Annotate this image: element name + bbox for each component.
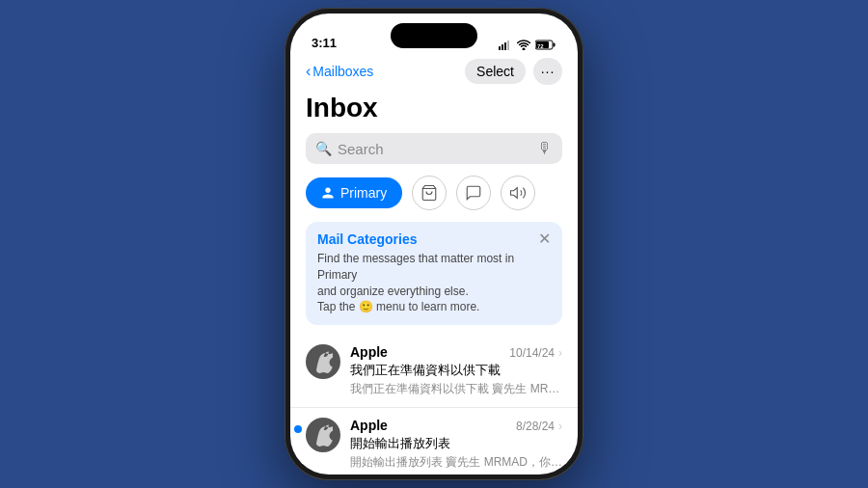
tab-inbox[interactable] — [456, 176, 491, 210]
svg-rect-1 — [502, 44, 503, 50]
mail-meta: 8/28/24 › — [516, 420, 562, 433]
signal-icon — [499, 41, 512, 50]
phone-frame: 3:11 — [285, 8, 583, 480]
select-button[interactable]: Select — [465, 59, 526, 84]
search-icon: 🔍 — [315, 141, 332, 156]
mic-icon[interactable]: 🎙 — [537, 140, 553, 157]
svg-rect-5 — [554, 43, 556, 47]
battery-icon: 72 — [535, 40, 556, 50]
status-icons: 72 — [499, 40, 556, 50]
mail-item[interactable]: Apple 10/14/24 › 我們正在準備資料以供下載 我們正在準備資料以供… — [290, 335, 578, 408]
apple-logo-icon — [313, 423, 333, 447]
banner-body: Find the messages that matter most in Pr… — [317, 251, 551, 315]
tab-shopping[interactable] — [412, 176, 447, 210]
nav-bar: ‹ Mailboxes Select ··· — [290, 56, 578, 93]
back-button[interactable]: ‹ Mailboxes — [306, 63, 373, 80]
svg-rect-0 — [499, 46, 501, 50]
back-label: Mailboxes — [312, 64, 373, 79]
tab-primary[interactable]: Primary — [306, 177, 402, 208]
mail-item[interactable]: Apple 8/28/24 › 開始輸出播放列表 開始輸出播放列表 竇先生 MR… — [290, 408, 578, 474]
mail-subject: 開始輸出播放列表 — [350, 435, 562, 452]
message-icon — [465, 184, 482, 202]
search-bar[interactable]: 🔍 Search 🎙 — [306, 133, 562, 164]
dynamic-island — [391, 23, 477, 48]
svg-text:72: 72 — [537, 43, 544, 49]
sender-avatar — [306, 418, 340, 452]
status-time: 3:11 — [312, 36, 337, 50]
sender-avatar — [306, 344, 340, 379]
banner-line3: Tap the 🙂 menu to learn more. — [317, 300, 479, 313]
mail-meta: 10/14/24 › — [509, 346, 562, 360]
mail-content: Apple 8/28/24 › 開始輸出播放列表 開始輸出播放列表 竇先生 MR… — [350, 418, 562, 471]
mail-date: 8/28/24 — [516, 420, 555, 433]
mail-date: 10/14/24 — [509, 346, 555, 360]
tab-promotions[interactable] — [501, 176, 535, 210]
svg-rect-2 — [504, 42, 506, 50]
page-content: Inbox 🔍 Search 🎙 Primary — [290, 93, 578, 474]
nav-actions: Select ··· — [465, 58, 562, 85]
mail-categories-banner: Mail Categories Find the messages that m… — [306, 222, 562, 325]
mail-sender: Apple — [350, 344, 388, 360]
category-tabs: Primary — [290, 176, 578, 222]
mail-sender: Apple — [350, 418, 388, 433]
back-arrow-icon: ‹ — [306, 63, 311, 80]
banner-line2: and organize everything else. — [317, 285, 469, 298]
phone-screen: 3:11 — [290, 14, 578, 474]
banner-line1: Find the messages that matter most in Pr… — [317, 252, 514, 282]
cart-icon — [420, 184, 438, 202]
mail-preview: 我們正在準備資料以供下載 竇先生 MRMAD，你好： 我們已於 2024 年 1… — [350, 381, 562, 397]
mail-subject: 我們正在準備資料以供下載 — [350, 362, 562, 379]
mail-preview: 開始輸出播放列表 竇先生 MRMAD，你好： — [350, 454, 562, 471]
wifi-icon — [517, 40, 530, 50]
mail-list: Apple 10/14/24 › 我們正在準備資料以供下載 我們正在準備資料以供… — [290, 335, 578, 474]
mail-content: Apple 10/14/24 › 我們正在準備資料以供下載 我們正在準備資料以供… — [350, 344, 562, 397]
mail-header: Apple 8/28/24 › — [350, 418, 562, 433]
banner-title: Mail Categories — [317, 231, 551, 247]
search-placeholder: Search — [338, 141, 531, 157]
megaphone-icon — [509, 184, 527, 202]
svg-rect-3 — [507, 41, 509, 50]
more-button[interactable]: ··· — [533, 58, 562, 85]
apple-logo-icon — [313, 350, 333, 373]
page-title: Inbox — [290, 93, 578, 133]
mail-chevron-icon: › — [558, 420, 562, 433]
tab-primary-label: Primary — [340, 185, 387, 201]
svg-marker-9 — [511, 188, 518, 199]
mail-header: Apple 10/14/24 › — [350, 344, 562, 360]
person-icon — [321, 186, 335, 200]
banner-close-button[interactable]: ✕ — [538, 231, 551, 247]
mail-chevron-icon: › — [558, 346, 562, 360]
